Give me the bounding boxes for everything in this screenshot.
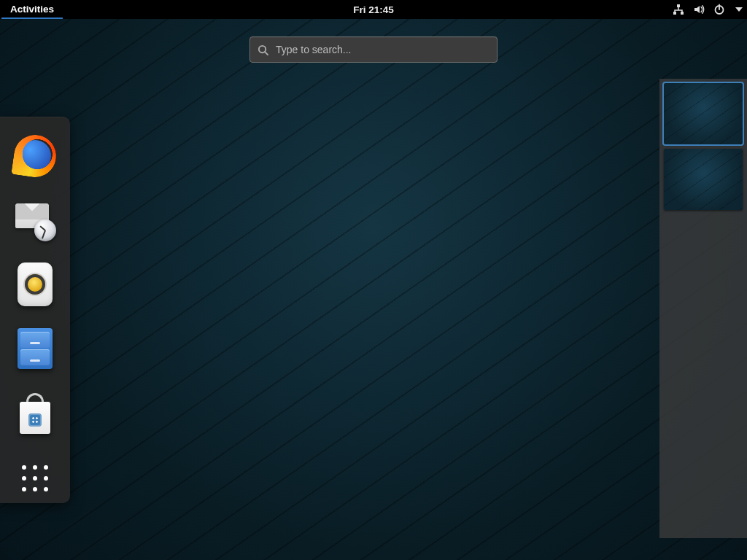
chevron-down-icon [735, 7, 743, 12]
activities-label: Activities [10, 4, 54, 15]
svg-rect-0 [677, 4, 680, 7]
search-icon [258, 44, 268, 55]
activities-button[interactable]: Activities [1, 0, 63, 19]
firefox-icon [14, 135, 56, 177]
dash-app-software[interactable] [7, 385, 63, 440]
clock[interactable]: Fri 21:45 [353, 4, 394, 15]
svg-rect-1 [673, 12, 676, 15]
system-tray[interactable] [673, 4, 743, 15]
svg-rect-2 [681, 12, 684, 15]
dash [0, 117, 70, 503]
dash-app-files[interactable] [7, 321, 63, 376]
dash-app-rhythmbox[interactable] [7, 257, 63, 312]
network-wired-icon [673, 4, 684, 15]
workspace-pager [659, 79, 747, 538]
mail-clock-icon [14, 199, 56, 241]
power-icon [713, 4, 725, 15]
svg-line-6 [265, 52, 268, 55]
workspace-thumbnail-1[interactable] [664, 83, 743, 144]
shopping-bag-icon [15, 392, 55, 434]
dash-app-evolution[interactable] [7, 192, 63, 248]
volume-icon [693, 4, 705, 15]
top-panel: Activities Fri 21:45 [0, 0, 747, 19]
search-input[interactable] [276, 44, 489, 55]
show-applications-button[interactable] [20, 464, 50, 493]
speaker-icon [18, 262, 53, 306]
workspace-thumbnail-2[interactable] [664, 149, 743, 210]
file-cabinet-icon [18, 328, 53, 369]
overview-search[interactable] [249, 36, 498, 63]
dash-app-firefox[interactable] [7, 128, 63, 184]
